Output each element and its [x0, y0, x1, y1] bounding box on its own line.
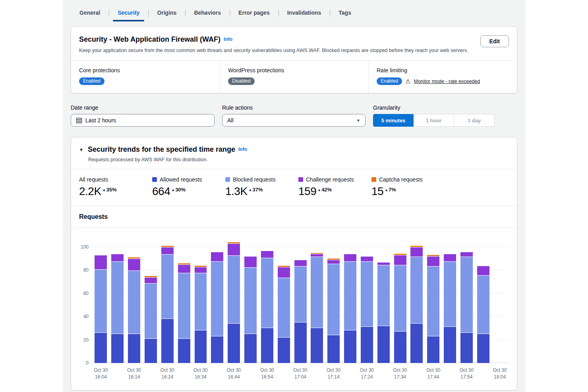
metric-change-pct: 42%	[321, 187, 332, 193]
granularity-1-hour[interactable]: 1 hour	[414, 114, 454, 127]
y-axis-label: 0	[86, 360, 89, 366]
metric-change-pct: 35%	[106, 187, 117, 193]
protection-wordpress-protections: WordPress protectionsDisabled	[220, 61, 368, 93]
chart-bar[interactable]	[377, 263, 390, 363]
metric-label: All requests	[79, 176, 108, 183]
chart-title: Requests	[79, 213, 509, 220]
protection-status: Enabled⚠Monitor mode - rate exceeded	[377, 77, 509, 85]
bar-segment-blocked-requests	[95, 270, 107, 332]
trends-title: Security trends for the specified time r…	[88, 145, 247, 154]
x-axis-label: Oct 3017:34	[393, 365, 407, 381]
tab-general[interactable]: General	[71, 6, 109, 21]
security-trends-panel: ▼ Security trends for the specified time…	[71, 137, 517, 390]
tab-tags[interactable]: Tags	[330, 6, 360, 21]
granularity-1-day[interactable]: 1 day	[454, 114, 495, 127]
tab-invalidations[interactable]: Invalidations	[279, 6, 330, 21]
chart-bar[interactable]	[294, 260, 307, 363]
chart-bar[interactable]	[95, 255, 107, 363]
trends-header: ▼ Security trends for the specified time…	[71, 137, 517, 169]
rule-actions-select[interactable]: All ▼	[222, 114, 366, 127]
chart-bar[interactable]	[361, 257, 373, 363]
x-axis-label: Oct 3016:14	[127, 365, 141, 381]
chart-bar[interactable]	[460, 252, 473, 363]
chart-bar[interactable]	[128, 257, 140, 363]
chart-bar[interactable]	[261, 251, 273, 363]
metric-value: 15	[371, 186, 383, 197]
bar-segment-captcha-requests	[410, 246, 423, 247]
granularity-5-minutes[interactable]: 5 minutes	[373, 114, 414, 127]
metric-change: ▲37%	[249, 187, 263, 193]
chart-bar[interactable]	[228, 242, 240, 363]
bar-segment-blocked-requests	[394, 265, 406, 331]
bar-segment-blocked-requests	[377, 265, 390, 326]
tab-behaviors[interactable]: Behaviors	[185, 6, 230, 21]
y-axis: 020406080100	[75, 239, 93, 363]
bar-slot	[192, 239, 209, 363]
bar-segment-allowed-requests	[410, 324, 423, 363]
x-axis-label: Oct 3017:14	[327, 365, 340, 381]
metric-change: ▲7%	[385, 187, 396, 193]
bar-slot	[226, 239, 242, 363]
chart-bar[interactable]	[394, 254, 406, 363]
chart-bar[interactable]	[427, 255, 439, 363]
chart-bar[interactable]	[178, 263, 190, 363]
collapse-icon[interactable]: ▼	[79, 147, 83, 152]
chart-bar[interactable]	[278, 266, 290, 363]
chart-bar[interactable]	[244, 257, 257, 363]
chart-title-row: Requests	[71, 206, 517, 228]
bar-slot	[176, 239, 192, 363]
bar-segment-challenge-requests	[477, 266, 489, 275]
date-range-input[interactable]: Last 2 hours	[71, 114, 215, 127]
legend-swatch	[371, 177, 376, 182]
y-axis-label: 100	[81, 244, 89, 250]
chart-bar[interactable]	[211, 252, 223, 363]
protections-row: Core protectionsEnabledWordPress protect…	[71, 60, 517, 93]
chart-bar[interactable]	[344, 254, 356, 363]
status-badge: Disabled	[228, 77, 255, 85]
bar-segment-blocked-requests	[311, 257, 323, 328]
bar-segment-blocked-requests	[344, 262, 356, 330]
chart-bar[interactable]	[195, 266, 207, 363]
chart-bar[interactable]	[311, 253, 323, 363]
chart-bar[interactable]	[161, 246, 174, 363]
protection-core-protections: Core protectionsEnabled	[71, 61, 220, 93]
protection-status: Disabled	[228, 77, 360, 85]
rule-actions-filter: Rule actions All ▼	[222, 104, 366, 127]
metric-label-row: Challenge requests	[298, 176, 371, 183]
chart-bar[interactable]	[327, 259, 340, 363]
bar-segment-allowed-requests	[145, 339, 157, 363]
waf-panel-title-text: Security - Web Application Firewall (WAF…	[79, 35, 220, 43]
tab-origins[interactable]: Origins	[148, 6, 185, 21]
trends-subtitle: Requests processed by AWS WAF for this d…	[88, 157, 509, 162]
chart-bar[interactable]	[145, 276, 157, 363]
bar-segment-blocked-requests	[178, 273, 190, 338]
bar-slot	[392, 239, 408, 363]
tab-security[interactable]: Security	[109, 6, 148, 21]
chart-bar[interactable]	[410, 246, 423, 363]
bar-segment-challenge-requests	[327, 260, 340, 264]
bar-segment-blocked-requests	[444, 262, 456, 327]
metric-label: Challenge requests	[306, 176, 354, 183]
chart-bar[interactable]	[477, 266, 489, 363]
metric-challenge-requests: Challenge requests159▲42%	[298, 176, 371, 197]
bar-slot	[325, 239, 342, 363]
waf-info-link[interactable]: Info	[224, 37, 232, 42]
bar-segment-allowed-requests	[377, 326, 390, 363]
chart-bar[interactable]	[444, 254, 456, 363]
date-range-label: Date range	[71, 104, 215, 111]
chart-bar[interactable]	[111, 254, 124, 363]
rate-warning-link[interactable]: Monitor mode - rate exceeded	[414, 79, 480, 84]
rule-actions-label: Rule actions	[222, 104, 366, 111]
bar-segment-blocked-requests	[211, 262, 223, 336]
tab-error-pages[interactable]: Error pages	[230, 6, 279, 21]
bar-segment-blocked-requests	[161, 255, 174, 319]
edit-button[interactable]: Edit	[480, 35, 509, 47]
bar-segment-captcha-requests	[311, 253, 323, 254]
metrics-row: All requests2.2K▲35%Allowed requests664▲…	[71, 169, 517, 206]
bar-slot	[242, 239, 259, 363]
bar-segment-challenge-requests	[394, 255, 406, 265]
trends-info-link[interactable]: Info	[238, 147, 247, 152]
chart-plot	[93, 239, 508, 363]
bar-segment-blocked-requests	[410, 257, 423, 323]
bar-slot	[458, 239, 475, 363]
